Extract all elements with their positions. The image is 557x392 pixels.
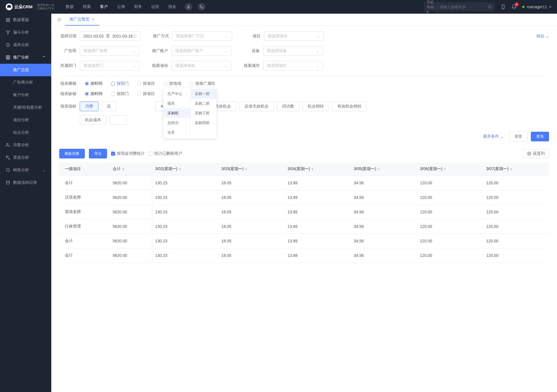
sort-icon[interactable]: ▲▼ xyxy=(311,167,314,171)
metric-tag[interactable]: 消费 xyxy=(80,102,99,111)
radio-option[interactable]: 按项目 xyxy=(137,91,155,96)
table-header[interactable]: 3/07(星期一)▲▼ xyxy=(483,162,549,176)
mobile-icon[interactable] xyxy=(501,4,506,9)
metric-tag[interactable]: 流 xyxy=(101,102,116,111)
select-method[interactable]: 请选择推广方式⌄ xyxy=(172,31,232,41)
checkbox-cash-stat[interactable]: ✓按现金消费统计 xyxy=(111,151,145,156)
chevron-down-icon: ⌄ xyxy=(546,34,549,38)
cascader-item[interactable]: 采购部› xyxy=(163,108,191,118)
sort-icon[interactable]: ▲▼ xyxy=(122,167,125,171)
column-settings-button[interactable]: 设置列 xyxy=(523,149,549,158)
sidebar-subitem[interactable]: 广告商分析 xyxy=(0,76,51,89)
table-header[interactable]: 3/03(星期一)▲▼ xyxy=(218,162,284,176)
chevron-down-icon: ⌄ xyxy=(225,34,228,38)
select-device[interactable]: 请选择设备⌄ xyxy=(263,46,323,56)
action-bar: 展开条件 ⌄ 重置 查询 xyxy=(59,132,549,141)
reset-button[interactable]: 重置 xyxy=(509,132,527,141)
sidebar-subitem[interactable]: 推广总览 xyxy=(0,64,51,76)
sidebar-item[interactable]: 访客分析 xyxy=(0,139,51,151)
user-menu[interactable]: manager11 ▾ xyxy=(522,5,551,9)
metric-tag[interactable]: 回访数 xyxy=(277,102,300,111)
sidebar-item[interactable]: 漏斗分析 xyxy=(0,26,51,39)
nav-item[interactable]: 运营 xyxy=(151,4,159,9)
search-box[interactable]: 手机号码 ▾ xyxy=(424,2,495,11)
select-dept[interactable]: 请选择部门⌄ xyxy=(80,61,140,71)
checkbox-deleted-stat[interactable]: 统计已删除用户 xyxy=(149,151,182,156)
sort-icon[interactable]: ▲▼ xyxy=(443,167,446,171)
table-header[interactable]: 3/04(星期一)▲▼ xyxy=(284,162,351,176)
cascader-item[interactable]: 采购三部 xyxy=(191,108,216,118)
cascader-item[interactable]: 采购四部 xyxy=(191,118,216,128)
sidebar-subitem[interactable]: 站点分析 xyxy=(0,126,51,139)
cascader-item[interactable]: 采购二部 xyxy=(191,99,216,108)
cost-icon xyxy=(6,43,10,47)
nav-item[interactable]: 公海 xyxy=(117,4,125,9)
select-project[interactable]: 请选择项目⌄ xyxy=(264,31,324,41)
sidebar-item[interactable]: 推广分析⌃ xyxy=(0,51,51,64)
sidebar-item[interactable]: 成本分析 xyxy=(0,39,51,51)
table-header[interactable]: 一级项目 xyxy=(59,162,109,176)
radio-option[interactable]: 按地域 xyxy=(163,81,181,86)
sidebar-item[interactable]: 销售分析⌄ xyxy=(0,164,51,176)
radio-option[interactable]: 按部门 xyxy=(111,81,129,86)
radio-option[interactable]: 按时间 xyxy=(85,81,103,86)
sort-icon[interactable]: ▲▼ xyxy=(510,167,513,171)
metric-tag[interactable]: 机会销转 xyxy=(302,102,329,111)
sidebar-item[interactable]: 数据流转记录 xyxy=(0,176,51,189)
metric-tag[interactable]: 机会成本 xyxy=(80,115,107,125)
metric-tag[interactable]: 反馈无效机会 xyxy=(239,102,274,111)
export-button[interactable]: 导出 xyxy=(89,149,107,158)
cascader-item[interactable]: 报关 xyxy=(163,99,191,108)
nav-item[interactable]: 财务 xyxy=(134,4,142,9)
sort-icon[interactable]: ▲▼ xyxy=(179,167,181,171)
sidebar-subitem[interactable]: 关键词/创意分析 xyxy=(0,101,51,114)
select-city[interactable]: 请选择城市⌄ xyxy=(263,61,323,71)
collapse-link[interactable]: 收起 ⌄ xyxy=(536,34,549,39)
visitor-icon xyxy=(6,143,10,147)
cascader-item[interactable]: 仓库› xyxy=(163,128,191,137)
radio-option[interactable]: 按推广属性 xyxy=(190,81,215,86)
radio-option[interactable]: 按部门 xyxy=(111,91,129,96)
select-province[interactable]: 请选择省份⌄ xyxy=(171,61,231,71)
cascader-item[interactable]: 采购一部 xyxy=(191,89,216,99)
tab-promo-overview[interactable]: 推广总预览 ✕ xyxy=(65,14,99,26)
table-header[interactable]: 合计▲▼ xyxy=(109,162,152,176)
select-advertiser[interactable]: 请选择广告商⌄ xyxy=(80,46,140,56)
sidebar-subitem[interactable]: 账户分析 xyxy=(0,89,51,101)
metric-tag[interactable] xyxy=(109,115,127,125)
sidebar-toggle[interactable] xyxy=(54,17,65,22)
expand-conditions[interactable]: 展开条件 ⌄ xyxy=(483,134,503,139)
switch-axes-button[interactable]: 横纵切换 xyxy=(59,149,85,158)
table-header[interactable]: 3/02(星期一)▲▼ xyxy=(152,162,218,176)
radio-option[interactable]: 按时间 xyxy=(85,91,103,96)
nav-item[interactable]: 报名 xyxy=(168,4,176,9)
sort-icon[interactable]: ▲▼ xyxy=(377,167,380,171)
sidebar: 数据看版漏斗分析成本分析推广分析⌃推广总览广告商分析账户分析关键词/创意分析项目… xyxy=(0,14,51,392)
sidebar-subitem[interactable]: 项目分析 xyxy=(0,114,51,126)
select-account[interactable]: 请选择推广账户⌄ xyxy=(171,46,231,56)
search-icon[interactable] xyxy=(488,5,492,9)
metric-tag[interactable]: 有效机会销转 xyxy=(332,102,367,111)
query-button[interactable]: 查询 xyxy=(531,132,549,141)
sidebar-item[interactable]: 渠道分析 xyxy=(0,151,51,164)
table-cell: 5620.00 xyxy=(109,219,152,234)
search-selector[interactable]: 手机号码 ▾ xyxy=(427,0,437,14)
cascader-item[interactable]: 总经办› xyxy=(163,118,191,128)
phone-icon[interactable] xyxy=(198,3,205,11)
user-icon[interactable] xyxy=(185,3,192,11)
sort-icon[interactable]: ▲▼ xyxy=(245,167,248,171)
nav-item[interactable]: 线索 xyxy=(83,4,91,9)
sidebar-item[interactable]: 数据看版 xyxy=(0,14,51,26)
search-input[interactable] xyxy=(440,5,488,9)
nav-item[interactable]: 数据 xyxy=(66,4,74,9)
close-icon[interactable]: ✕ xyxy=(92,17,95,21)
table-header[interactable]: 3/05(星期一)▲▼ xyxy=(350,162,417,176)
radio-option[interactable]: 按项目 xyxy=(137,81,155,86)
date-range-picker[interactable]: 2021-03-02 至 2021-03-16 xyxy=(80,31,140,41)
nav-item[interactable]: 客户 xyxy=(100,4,108,9)
table-header[interactable]: 3/06(星期一)▲▼ xyxy=(417,162,483,176)
logo[interactable]: 云朵CRM 教育机构一站 式服务云平台 xyxy=(6,3,54,10)
cascader-item[interactable]: 生产中心› xyxy=(163,89,191,99)
table-cell: 13.89 xyxy=(284,190,351,205)
notification-bell[interactable]: 5 xyxy=(511,4,517,9)
